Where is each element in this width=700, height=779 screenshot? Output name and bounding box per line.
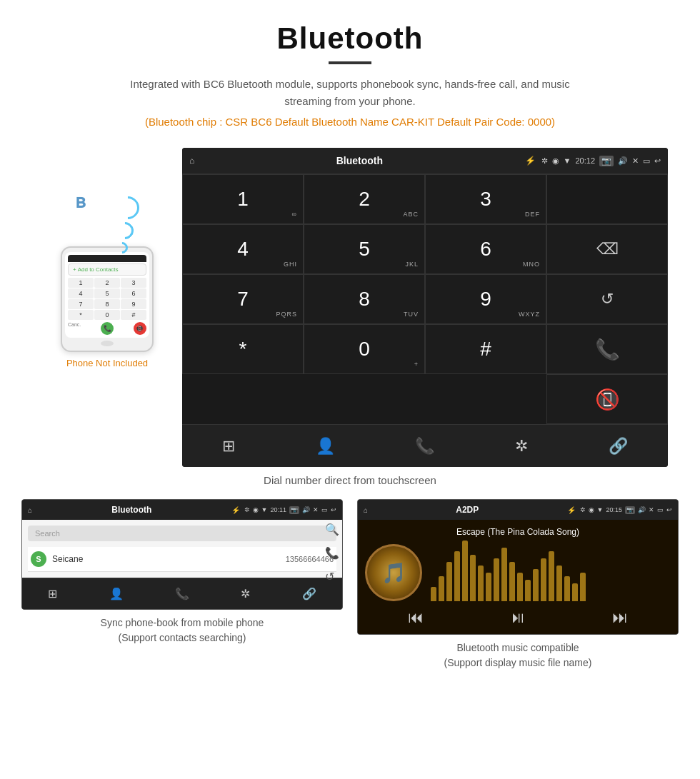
- phone-key-4: 4: [68, 288, 94, 298]
- dial-key-reload[interactable]: ↺: [546, 274, 668, 324]
- music-loc-icon: ◉: [589, 506, 594, 514]
- car-back-icon[interactable]: ↩: [654, 156, 661, 166]
- contact-avatar: S: [31, 551, 46, 567]
- car-location-icon: ◉: [552, 156, 559, 166]
- dialpad-grid: 1∞ 2ABC 3DEF 4GHI 5JKL 6MNO ⌫ 7PQRS 8TUV…: [182, 174, 668, 424]
- music-play-pause-button[interactable]: ⏯: [510, 608, 526, 627]
- eq-bar: [509, 562, 515, 601]
- contacts-bottom-link-icon[interactable]: 🔗: [302, 587, 316, 600]
- contacts-caption: Sync phone-book from mobile phone(Suppor…: [101, 615, 264, 645]
- phone-cancel-label: Canc.: [68, 322, 81, 335]
- eq-bar: [439, 576, 444, 601]
- dial-key-0[interactable]: 0+: [304, 324, 425, 374]
- bottom-row: ⌂ Bluetooth ⚡ ✲ ◉ ▼ 20:11 📷 🔊 ✕ ▭ ↩: [0, 499, 700, 685]
- dial-key-2[interactable]: 2ABC: [304, 174, 425, 224]
- music-bt-icon: ✲: [580, 506, 586, 514]
- album-art: 🎵: [365, 544, 422, 601]
- phone-add-contact: + Add to Contacts: [68, 263, 146, 276]
- contacts-search-icon[interactable]: 🔍: [325, 523, 339, 536]
- music-main: 🎵: [365, 544, 671, 601]
- car-status-bar: ⌂ Bluetooth ⚡ ✲ ◉ ▼ 20:12 📷 🔊 ✕ ▭ ↩: [182, 148, 668, 174]
- phone-key-5: 5: [94, 288, 120, 298]
- dial-key-7[interactable]: 7PQRS: [182, 274, 304, 324]
- contacts-sig-icon: ▼: [261, 506, 268, 514]
- contacts-refresh-icon[interactable]: ↺: [325, 570, 339, 583]
- dial-cell-empty-1: [546, 174, 668, 224]
- contacts-call-icon[interactable]: 📞: [325, 546, 339, 560]
- main-content: ʙ + Add to Contacts 1 2 3 4 5: [0, 148, 700, 467]
- contact-row[interactable]: S Seicane 13566664466: [28, 547, 336, 572]
- music-next-button[interactable]: ⏭: [612, 608, 628, 627]
- signal-arc-small: [114, 240, 131, 256]
- music-prev-button[interactable]: ⏮: [408, 608, 424, 627]
- car-bottom-grid-icon[interactable]: ⊞: [222, 437, 235, 456]
- search-placeholder: Search: [35, 529, 60, 538]
- eq-bar: [541, 558, 546, 601]
- dial-key-6[interactable]: 6MNO: [425, 224, 546, 274]
- contacts-bottom-bt-icon[interactable]: ✲: [241, 587, 250, 600]
- dial-key-hash[interactable]: #: [425, 324, 546, 374]
- eq-bar: [431, 587, 436, 601]
- eq-bar: [549, 551, 554, 601]
- phone-screen: + Add to Contacts 1 2 3 4 5 6 7 8 9 * 0 …: [65, 252, 149, 338]
- contacts-bottom-user-icon[interactable]: 👤: [109, 587, 124, 600]
- dial-end-button[interactable]: 📵: [546, 374, 668, 424]
- phone-key-9: 9: [121, 299, 146, 309]
- music-time: 20:15: [606, 506, 622, 514]
- dial-key-3[interactable]: 3DEF: [425, 174, 546, 224]
- dial-key-4[interactable]: 4GHI: [182, 224, 304, 274]
- music-usb-icon: ⚡: [567, 506, 576, 514]
- contacts-home-icon[interactable]: ⌂: [28, 506, 32, 514]
- eq-bar: [494, 558, 499, 601]
- bluetooth-signal-area: ʙ: [75, 191, 139, 241]
- contacts-bt-icon: ✲: [244, 506, 250, 514]
- phone-key-3: 3: [121, 278, 146, 288]
- bluetooth-symbol-icon: ʙ: [75, 191, 86, 212]
- eq-bar: [556, 566, 562, 601]
- car-usb-icon: ⚡: [525, 156, 536, 166]
- dial-key-star[interactable]: *: [182, 324, 304, 374]
- contacts-status-icons: ✲ ◉ ▼ 20:11 📷 🔊 ✕ ▭ ↩: [244, 506, 336, 514]
- dial-key-1[interactable]: 1∞: [182, 174, 304, 224]
- dial-key-8[interactable]: 8TUV: [304, 274, 425, 324]
- dial-call-button[interactable]: 📞: [546, 324, 668, 374]
- contacts-bottom-phone-icon[interactable]: 📞: [175, 587, 189, 600]
- eq-bar: [486, 573, 491, 601]
- car-bottom-link-icon[interactable]: 🔗: [609, 437, 628, 456]
- phone-bottom-row: Canc. 📞 📵: [68, 322, 146, 335]
- music-close-icon[interactable]: ✕: [649, 506, 654, 514]
- search-bar[interactable]: Search: [28, 526, 336, 541]
- dial-key-delete[interactable]: ⌫: [546, 224, 668, 274]
- music-home-icon[interactable]: ⌂: [364, 506, 368, 514]
- contacts-usb-icon: ⚡: [231, 506, 240, 514]
- contacts-status-bar: ⌂ Bluetooth ⚡ ✲ ◉ ▼ 20:11 📷 🔊 ✕ ▭ ↩: [22, 500, 342, 520]
- music-status-icons: ✲ ◉ ▼ 20:15 📷 🔊 ✕ ▭ ↩: [580, 506, 672, 514]
- phone-home-button[interactable]: [101, 341, 114, 346]
- car-close-icon[interactable]: ✕: [632, 156, 639, 166]
- contacts-bottom-grid-icon[interactable]: ⊞: [48, 587, 57, 600]
- phone-end-button[interactable]: 📵: [134, 322, 146, 335]
- eq-bar: [580, 573, 586, 601]
- music-back-icon[interactable]: ↩: [666, 506, 672, 514]
- contacts-close-icon[interactable]: ✕: [313, 506, 319, 514]
- car-home-icon[interactable]: ⌂: [189, 156, 194, 166]
- car-bottom-bt-icon[interactable]: ✲: [515, 437, 528, 456]
- eq-bar: [462, 541, 468, 601]
- car-bottom-phone-icon[interactable]: 📞: [415, 437, 434, 456]
- contacts-vol-icon: 🔊: [302, 506, 310, 514]
- phone-call-button[interactable]: 📞: [101, 322, 114, 335]
- contacts-body: Search S Seicane 13566664466 🔍 📞 ↺: [22, 520, 342, 578]
- equalizer-bars: [431, 544, 671, 601]
- car-bottom-contacts-icon[interactable]: 👤: [316, 437, 335, 456]
- dial-key-5[interactable]: 5JKL: [304, 224, 425, 274]
- title-underline: [329, 61, 371, 64]
- contacts-back-icon[interactable]: ↩: [331, 506, 336, 514]
- eq-bar: [564, 576, 570, 601]
- dial-key-9[interactable]: 9WXYZ: [425, 274, 546, 324]
- music-controls: ⏮ ⏯ ⏭: [365, 608, 671, 627]
- music-vol-icon: 🔊: [638, 506, 646, 514]
- plus-icon: +: [73, 266, 76, 273]
- phone-mockup: + Add to Contacts 1 2 3 4 5 6 7 8 9 * 0 …: [61, 246, 154, 352]
- phone-key-star: *: [68, 310, 94, 320]
- signal-arcs: [116, 196, 139, 253]
